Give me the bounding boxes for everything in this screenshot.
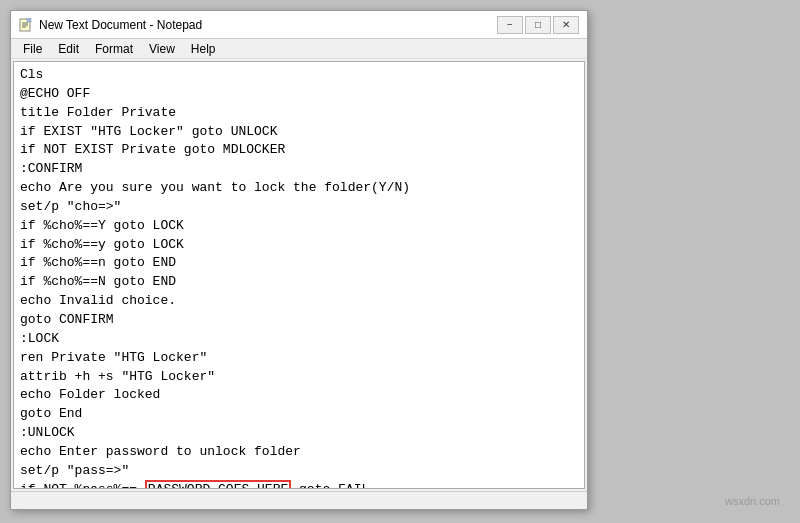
code-line: :CONFIRM (20, 160, 578, 179)
code-line: if NOT %pass%== PASSWORD_GOES_HERE goto … (20, 481, 578, 489)
window-title: New Text Document - Notepad (39, 18, 202, 32)
code-line: echo Invalid choice. (20, 292, 578, 311)
menu-bar: File Edit Format View Help (11, 39, 587, 59)
code-line: if EXIST "HTG Locker" goto UNLOCK (20, 123, 578, 142)
code-line: echo Enter password to unlock folder (20, 443, 578, 462)
menu-format[interactable]: Format (87, 40, 141, 58)
maximize-button[interactable]: □ (525, 16, 551, 34)
title-buttons: − □ ✕ (497, 16, 579, 34)
code-line: if %cho%==Y goto LOCK (20, 217, 578, 236)
code-line: if %cho%==N goto END (20, 273, 578, 292)
code-line: :UNLOCK (20, 424, 578, 443)
menu-view[interactable]: View (141, 40, 183, 58)
code-line: @ECHO OFF (20, 85, 578, 104)
title-bar-left: New Text Document - Notepad (19, 18, 202, 32)
code-line: echo Folder locked (20, 386, 578, 405)
minimize-button[interactable]: − (497, 16, 523, 34)
code-line: Cls (20, 66, 578, 85)
code-line: if %cho%==y goto LOCK (20, 236, 578, 255)
code-line: attrib +h +s "HTG Locker" (20, 368, 578, 387)
text-editor[interactable]: Cls@ECHO OFFtitle Folder Privateif EXIST… (13, 61, 585, 489)
status-bar (11, 491, 587, 509)
code-line: echo Are you sure you want to lock the f… (20, 179, 578, 198)
code-line: set/p "pass=>" (20, 462, 578, 481)
menu-edit[interactable]: Edit (50, 40, 87, 58)
svg-rect-1 (27, 18, 31, 22)
code-line: goto End (20, 405, 578, 424)
title-bar: New Text Document - Notepad − □ ✕ (11, 11, 587, 39)
code-line: :LOCK (20, 330, 578, 349)
password-placeholder: PASSWORD_GOES_HERE (145, 480, 291, 489)
watermark: wsxdn.com (725, 495, 780, 507)
code-line: if %cho%==n goto END (20, 254, 578, 273)
menu-file[interactable]: File (15, 40, 50, 58)
notepad-icon (19, 18, 33, 32)
code-line: goto CONFIRM (20, 311, 578, 330)
code-line: ren Private "HTG Locker" (20, 349, 578, 368)
close-button[interactable]: ✕ (553, 16, 579, 34)
menu-help[interactable]: Help (183, 40, 224, 58)
code-line: if NOT EXIST Private goto MDLOCKER (20, 141, 578, 160)
code-lines: Cls@ECHO OFFtitle Folder Privateif EXIST… (20, 66, 578, 489)
code-line: set/p "cho=>" (20, 198, 578, 217)
notepad-window: New Text Document - Notepad − □ ✕ File E… (10, 10, 588, 510)
code-line: title Folder Private (20, 104, 578, 123)
